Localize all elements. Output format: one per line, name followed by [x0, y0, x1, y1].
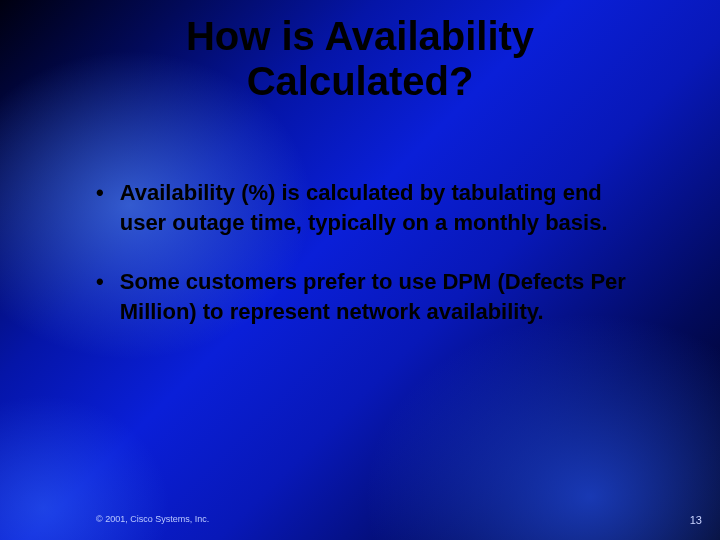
bullet-icon: • [96, 267, 104, 297]
bullet-item: • Some customers prefer to use DPM (Defe… [96, 267, 636, 328]
copyright-text: © 2001, Cisco Systems, Inc. [96, 514, 209, 524]
slide-body: • Availability (%) is calculated by tabu… [96, 178, 636, 355]
bullet-item: • Availability (%) is calculated by tabu… [96, 178, 636, 239]
title-line-1: How is Availability [186, 14, 534, 58]
slide: How is Availability Calculated? • Availa… [0, 0, 720, 540]
title-line-2: Calculated? [247, 59, 474, 103]
bullet-text: Some customers prefer to use DPM (Defect… [120, 267, 636, 328]
bullet-text: Availability (%) is calculated by tabula… [120, 178, 636, 239]
slide-title: How is Availability Calculated? [0, 14, 720, 104]
page-number: 13 [690, 514, 702, 526]
bullet-icon: • [96, 178, 104, 208]
